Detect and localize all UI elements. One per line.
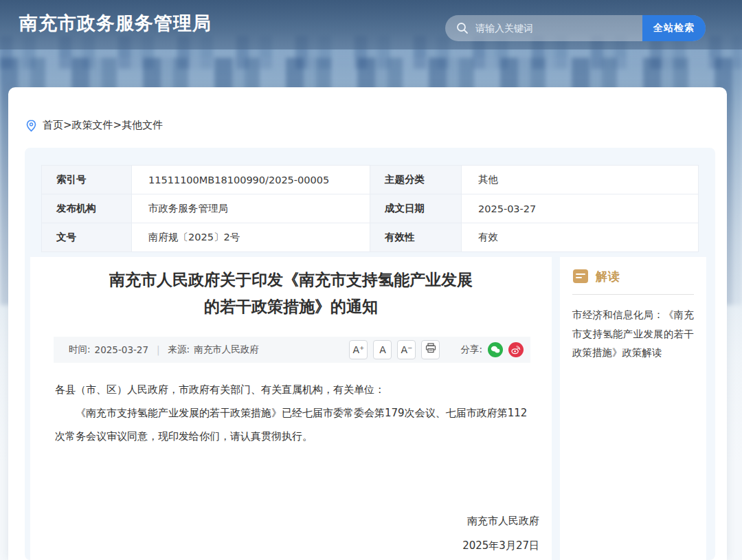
- source-label: 来源:: [168, 344, 190, 356]
- meta-label: 索引号: [42, 166, 132, 194]
- signature-block: 南充市人民政府 2025年3月27日: [30, 508, 539, 558]
- breadcrumb-text: 首页>政策文件>其他文件: [43, 119, 163, 132]
- meta-label: 文号: [42, 223, 132, 252]
- location-pin-icon: [26, 120, 36, 132]
- paragraph: 《南充市支持氢能产业发展的若干政策措施》已经七届市委常委会第179次会议、七届市…: [55, 401, 528, 448]
- document-meta-table: 索引号 11511100MB18100990/2025-00005 主题分类 其…: [41, 165, 699, 252]
- interpretation-link[interactable]: 市经济和信息化局：《南充市支持氢能产业发展的若干政策措施》政策解读: [572, 306, 694, 363]
- signature-date: 2025年3月27日: [30, 533, 539, 558]
- interpretation-doc-icon: [572, 268, 589, 284]
- share-label: 分享:: [460, 344, 482, 356]
- meta-value: 市政务服务管理局: [132, 194, 370, 223]
- meta-value: 有效: [462, 223, 699, 252]
- article-meta-info: 时间: 2025-03-27 | 来源: 南充市人民政府: [69, 344, 259, 356]
- interpretation-header: 解读: [572, 268, 694, 284]
- font-normal-button[interactable]: A: [373, 340, 392, 359]
- divider: [572, 294, 694, 295]
- signature-issuer: 南充市人民政府: [30, 508, 539, 533]
- print-button[interactable]: [421, 340, 440, 359]
- table-row: 文号 南府规〔2025〕2号 有效性 有效: [42, 223, 699, 252]
- content-panel: 索引号 11511100MB18100990/2025-00005 主题分类 其…: [25, 148, 715, 560]
- time-value: 2025-03-27: [95, 344, 148, 355]
- search-button[interactable]: 全站检索: [642, 15, 706, 41]
- meta-label: 有效性: [370, 223, 462, 252]
- meta-label: 发布机构: [42, 194, 132, 223]
- search-icon: [456, 21, 469, 38]
- search-input[interactable]: [475, 15, 633, 41]
- wechat-share-icon[interactable]: [488, 342, 503, 357]
- paragraph: 各县（市、区）人民政府，市政府有关部门、有关直属机构，有关单位：: [55, 378, 528, 401]
- weibo-share-icon[interactable]: [508, 342, 524, 357]
- article: 南充市人民政府关于印发《南充市支持氢能产业发展的若干政策措施》的通知 时间: 2…: [30, 257, 552, 560]
- interpretation-panel: 解读 市经济和信息化局：《南充市支持氢能产业发展的若干政策措施》政策解读: [560, 257, 706, 560]
- meta-value: 2025-03-27: [462, 194, 699, 223]
- meta-separator: |: [157, 344, 160, 355]
- font-larger-button[interactable]: A⁺: [349, 340, 368, 359]
- interpretation-title: 解读: [596, 269, 620, 284]
- article-body: 各县（市、区）人民政府，市政府有关部门、有关直属机构，有关单位： 《南充市支持氢…: [55, 378, 528, 448]
- meta-value: 南府规〔2025〕2号: [132, 223, 370, 252]
- article-title: 南充市人民政府关于印发《南充市支持氢能产业发展的若干政策措施》的通知: [106, 267, 477, 320]
- site-title: 南充市政务服务管理局: [19, 11, 212, 36]
- article-toolbar: A⁺ A A⁻ 分享:: [349, 340, 524, 359]
- table-row: 发布机构 市政务服务管理局 成文日期 2025-03-27: [42, 194, 699, 223]
- meta-value: 其他: [462, 166, 699, 194]
- breadcrumb[interactable]: 首页>政策文件>其他文件: [26, 119, 163, 132]
- article-meta-bar: 时间: 2025-03-27 | 来源: 南充市人民政府 A⁺ A A⁻: [54, 337, 530, 363]
- source-value: 南充市人民政府: [194, 344, 259, 356]
- content-card: 首页>政策文件>其他文件 索引号 11511100MB18100990/2025…: [8, 87, 727, 560]
- meta-value: 11511100MB18100990/2025-00005: [132, 166, 370, 194]
- time-label: 时间:: [69, 344, 91, 356]
- printer-icon: [425, 343, 436, 353]
- site-search-bar: 全站检索: [445, 15, 706, 41]
- site-header: 南充市政务服务管理局 全站检索: [0, 0, 742, 49]
- table-row: 索引号 11511100MB18100990/2025-00005 主题分类 其…: [42, 166, 699, 194]
- font-smaller-button[interactable]: A⁻: [397, 340, 416, 359]
- meta-label: 主题分类: [370, 166, 462, 194]
- meta-label: 成文日期: [370, 194, 462, 223]
